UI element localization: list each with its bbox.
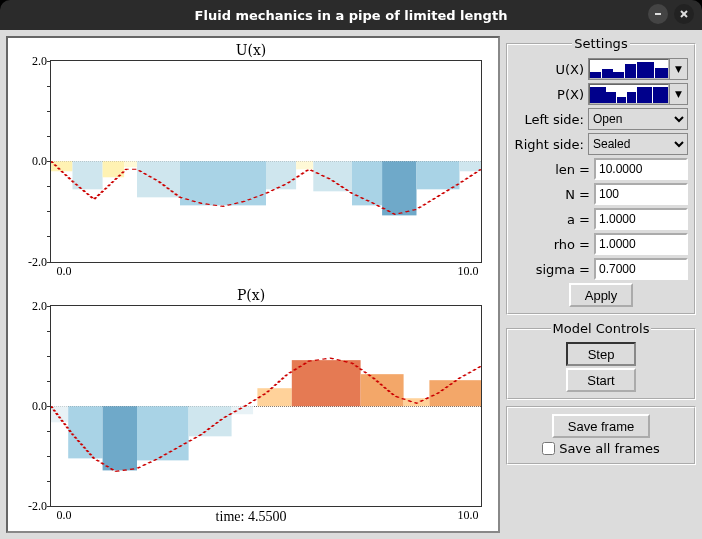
chart-u-plot: 2.0 0.0 -2.0 0.0 10.0 [50,60,482,263]
a-label: a = [567,212,590,227]
svg-rect-22 [257,388,291,406]
svg-rect-16 [51,406,68,422]
settings-panel: Settings U(X) ▼ P(X) [506,36,696,315]
x-tick: 10.0 [458,264,479,279]
px-sparkline [589,84,669,104]
svg-rect-14 [417,161,460,189]
chart-u-title: U(x) [12,42,490,60]
len-input[interactable] [594,158,688,180]
y-tick: 2.0 [32,54,47,69]
chart-area: U(x) [6,36,500,533]
ux-label: U(X) [555,62,584,77]
svg-rect-15 [460,161,482,171]
svg-rect-17 [68,406,102,458]
save-frame-button[interactable]: Save frame [552,414,650,438]
x-tick: 0.0 [56,264,71,279]
svg-rect-24 [361,374,404,406]
y-tick: -2.0 [28,254,47,269]
model-legend: Model Controls [551,321,652,336]
n-label: N = [565,187,590,202]
apply-button[interactable]: Apply [569,283,634,307]
left-side-label: Left side: [524,112,584,127]
rho-label: rho = [554,237,590,252]
svg-rect-13 [382,161,416,215]
svg-rect-3 [51,161,73,171]
side-panel: Settings U(X) ▼ P(X) [506,36,696,533]
svg-rect-21 [232,406,254,414]
rho-input[interactable] [594,233,688,255]
time-label: time: 4.5500 [12,509,490,525]
px-select[interactable]: ▼ [588,83,688,105]
px-label: P(X) [557,87,584,102]
svg-rect-19 [137,406,189,460]
model-controls-panel: Model Controls Step Start [506,321,696,400]
left-side-select[interactable]: Open [588,108,688,130]
sigma-label: sigma = [536,262,590,277]
svg-rect-23 [292,360,361,406]
close-button[interactable] [674,4,694,24]
svg-rect-10 [296,161,313,169]
y-tick: 0.0 [32,398,47,413]
right-side-select[interactable]: Sealed [588,133,688,155]
svg-rect-25 [404,398,430,406]
svg-rect-20 [189,406,232,436]
settings-legend: Settings [572,36,629,51]
a-input[interactable] [594,208,688,230]
minimize-button[interactable] [648,4,668,24]
ux-sparkline [589,59,669,79]
svg-rect-8 [180,161,266,205]
y-tick: 2.0 [32,298,47,313]
svg-rect-9 [266,161,296,189]
window-body: U(x) [0,30,702,539]
svg-rect-11 [313,161,352,191]
chart-p-title: P(x) [12,287,490,305]
save-all-label: Save all frames [559,441,660,456]
start-button[interactable]: Start [566,368,636,392]
titlebar: Fluid mechanics in a pipe of limited len… [0,0,702,30]
save-all-checkbox[interactable] [542,442,555,455]
chevron-down-icon: ▼ [669,84,687,104]
chart-u: U(x) [12,42,490,283]
ux-select[interactable]: ▼ [588,58,688,80]
chart-p-plot: 2.0 0.0 -2.0 0.0 10.0 [50,305,482,508]
chevron-down-icon: ▼ [669,59,687,79]
step-button[interactable]: Step [566,342,636,366]
svg-rect-12 [352,161,382,205]
y-tick: 0.0 [32,154,47,169]
n-input[interactable] [594,183,688,205]
chart-p: P(x) [12,287,490,528]
save-panel: Save frame Save all frames [506,406,696,465]
right-side-label: Right side: [515,137,584,152]
svg-rect-6 [124,161,137,167]
svg-rect-18 [103,406,137,470]
sigma-input[interactable] [594,258,688,280]
window-title: Fluid mechanics in a pipe of limited len… [195,8,508,23]
len-label: len = [555,162,590,177]
